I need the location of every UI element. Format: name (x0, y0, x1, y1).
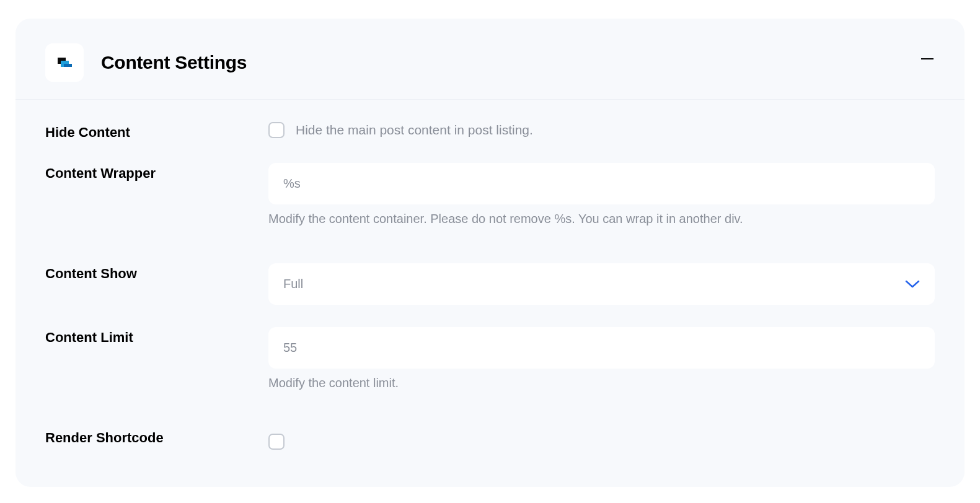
content-wrapper-label: Content Wrapper (45, 163, 268, 182)
render-shortcode-checkbox[interactable] (268, 434, 285, 450)
content-limit-input[interactable] (268, 327, 935, 369)
content-wrapper-help: Modify the content container. Please do … (268, 212, 935, 226)
render-shortcode-control (268, 427, 935, 450)
content-show-control: Full (268, 263, 935, 305)
panel-body: Hide Content Hide the main post content … (15, 100, 965, 450)
content-show-select[interactable]: Full (268, 263, 935, 305)
content-wrapper-row: Content Wrapper Modify the content conta… (45, 163, 935, 226)
collapse-button[interactable] (920, 51, 935, 66)
minus-icon (921, 58, 934, 59)
content-limit-help: Modify the content limit. (268, 376, 935, 390)
hide-content-label: Hide Content (45, 122, 268, 141)
hide-content-checkbox-row: Hide the main post content in post listi… (268, 122, 935, 138)
hide-content-checkbox[interactable] (268, 122, 285, 138)
content-limit-row: Content Limit Modify the content limit. (45, 327, 935, 390)
content-limit-control: Modify the content limit. (268, 327, 935, 390)
content-limit-label: Content Limit (45, 327, 268, 346)
panel-logo (45, 43, 84, 82)
logo-icon (54, 52, 75, 73)
panel-title: Content Settings (101, 52, 247, 73)
content-wrapper-input[interactable] (268, 163, 935, 204)
content-show-row: Content Show Full (45, 263, 935, 305)
hide-content-control: Hide the main post content in post listi… (268, 122, 935, 138)
hide-content-description: Hide the main post content in post listi… (296, 123, 533, 138)
content-show-select-wrapper: Full (268, 263, 935, 305)
content-settings-panel: Content Settings Hide Content Hide the m… (15, 19, 965, 487)
content-show-label: Content Show (45, 263, 268, 282)
panel-header: Content Settings (15, 19, 965, 100)
content-wrapper-control: Modify the content container. Please do … (268, 163, 935, 226)
hide-content-row: Hide Content Hide the main post content … (45, 122, 935, 141)
render-shortcode-row: Render Shortcode (45, 427, 935, 450)
render-shortcode-label: Render Shortcode (45, 427, 268, 446)
